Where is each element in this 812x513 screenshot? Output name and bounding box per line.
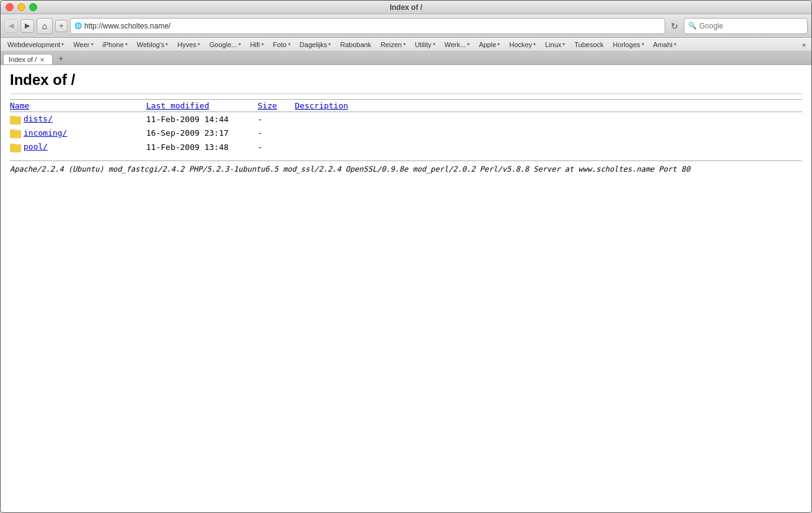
file-description-cell xyxy=(295,140,802,154)
bookmark-foto[interactable]: Foto ▾ xyxy=(269,40,295,49)
bookmark-dagelijks[interactable]: Dagelijks ▾ xyxy=(295,40,336,49)
search-input[interactable] xyxy=(699,22,803,30)
file-name-cell: dists/ xyxy=(10,112,146,126)
bookmark-hyves[interactable]: Hyves ▾ xyxy=(173,40,204,49)
bookmark-label: Weblog's xyxy=(137,41,165,48)
chevron-down-icon: ▾ xyxy=(238,42,241,47)
new-tab-button[interactable]: + xyxy=(56,53,66,63)
bookmark-label: Tubesock xyxy=(574,41,603,48)
chevron-down-icon: ▾ xyxy=(497,42,500,47)
sort-by-name-link[interactable]: Name xyxy=(10,101,29,110)
reload-button[interactable]: ↻ xyxy=(668,19,681,33)
window-controls xyxy=(6,3,37,11)
bookmarks-overflow-button[interactable]: » xyxy=(799,40,809,49)
chevron-down-icon: ▾ xyxy=(642,42,644,47)
bookmark-label: Dagelijks xyxy=(300,41,328,48)
bookmark-label: Foto xyxy=(273,41,287,48)
page-content: Index of / Name Last modified Size Descr… xyxy=(1,65,811,512)
bookmark-label: Hifi xyxy=(250,41,260,48)
tab-bar: Index of / ✕ + xyxy=(1,51,811,65)
file-link[interactable]: dists/ xyxy=(24,114,53,123)
bookmark-iphone[interactable]: iPhone ▾ xyxy=(98,40,132,49)
column-header-description: Description xyxy=(295,100,802,112)
bookmark-reizen[interactable]: Reizen ▾ xyxy=(376,40,409,49)
bookmark-label: Reizen xyxy=(380,41,401,48)
table-header-row: Name Last modified Size Description xyxy=(10,100,802,112)
tab-index[interactable]: Index of / ✕ xyxy=(3,54,53,64)
bookmark-hockey[interactable]: Hockey ▾ xyxy=(505,40,540,49)
page-title: Index of / xyxy=(10,71,802,94)
minimize-button[interactable] xyxy=(17,3,25,11)
tab-close-button[interactable]: ✕ xyxy=(40,56,45,63)
bookmark-weblogs[interactable]: Weblog's ▾ xyxy=(133,40,173,49)
search-icon: 🔍 xyxy=(688,22,697,30)
close-button[interactable] xyxy=(6,3,14,11)
sort-by-desc-link[interactable]: Description xyxy=(295,101,348,110)
bookmark-horloges[interactable]: Horloges ▾ xyxy=(609,40,648,49)
back-button[interactable]: ◀ xyxy=(4,19,18,33)
sort-by-date-link[interactable]: Last modified xyxy=(146,101,209,110)
table-row: incoming/16-Sep-2009 23:17- xyxy=(10,126,802,141)
file-date-cell: 11-Feb-2009 14:44 xyxy=(146,112,258,126)
bookmark-amahi[interactable]: Amahi ▾ xyxy=(649,40,681,49)
file-link[interactable]: incoming/ xyxy=(24,128,67,138)
address-text: http://www.scholtes.name/ xyxy=(84,22,661,30)
chevron-down-icon: ▾ xyxy=(125,42,128,47)
chevron-down-icon: ▾ xyxy=(91,42,94,47)
home-icon: ⌂ xyxy=(42,21,47,31)
maximize-button[interactable] xyxy=(29,3,37,11)
bookmark-label: Weer xyxy=(73,41,89,48)
bookmark-apple[interactable]: Apple ▾ xyxy=(474,40,504,49)
search-bar[interactable]: 🔍 xyxy=(684,18,808,34)
chevron-down-icon: ▾ xyxy=(467,42,469,47)
file-size-cell: - xyxy=(258,112,295,126)
folder-icon xyxy=(10,128,21,138)
bookmark-label: Apple xyxy=(479,41,496,48)
home-button[interactable]: ⌂ xyxy=(37,18,53,34)
file-size-cell: - xyxy=(258,140,295,154)
folder-icon xyxy=(10,115,21,125)
file-name-cell: incoming/ xyxy=(10,126,146,141)
bookmark-label: Horloges xyxy=(613,41,640,48)
bookmarks-bar: Webdevelopment ▾ Weer ▾ iPhone ▾ Weblog'… xyxy=(1,38,811,51)
bookmark-rabobank[interactable]: Rabobank xyxy=(336,40,375,49)
sort-by-size-link[interactable]: Size xyxy=(258,101,277,110)
server-info: Apache/2.2.4 (Ubuntu) mod_fastcgi/2.4.2 … xyxy=(10,160,802,173)
bookmark-werk[interactable]: Werk... ▾ xyxy=(440,40,474,49)
table-row: pool/11-Feb-2009 13:48- xyxy=(10,140,802,154)
browser-window: Index of / ◀ ▶ ⌂ + 🌐 http://www.scholtes… xyxy=(0,0,812,513)
bookmark-utility[interactable]: Utility ▾ xyxy=(411,40,440,49)
bookmark-webdevelopment[interactable]: Webdevelopment ▾ xyxy=(3,40,68,49)
address-bar[interactable]: 🌐 http://www.scholtes.name/ xyxy=(70,18,665,34)
bookmark-label: Linux xyxy=(545,41,561,48)
bookmark-label: Hockey xyxy=(509,41,532,48)
file-description-cell xyxy=(295,112,802,126)
bookmark-label: Google... xyxy=(209,41,237,48)
bookmark-label: iPhone xyxy=(103,41,124,48)
bookmark-label: Hyves xyxy=(177,41,196,48)
page-icon: 🌐 xyxy=(74,22,82,29)
forward-button[interactable]: ▶ xyxy=(20,19,34,33)
window-title: Index of / xyxy=(390,3,422,12)
file-name-cell: pool/ xyxy=(10,140,146,154)
bookmark-label: Amahi xyxy=(653,41,673,48)
bookmark-linux[interactable]: Linux ▾ xyxy=(541,40,569,49)
bookmark-label: Utility xyxy=(415,41,432,48)
bookmark-google[interactable]: Google... ▾ xyxy=(205,40,245,49)
chevron-down-icon: ▾ xyxy=(198,42,200,47)
chevron-down-icon: ▾ xyxy=(562,42,565,47)
bookmark-weer[interactable]: Weer ▾ xyxy=(69,40,97,49)
chevron-down-icon: ▾ xyxy=(165,42,168,47)
toolbar: ◀ ▶ ⌂ + 🌐 http://www.scholtes.name/ ↻ 🔍 xyxy=(1,14,811,38)
bookmark-tubesock[interactable]: Tubesock xyxy=(570,40,608,49)
file-date-cell: 11-Feb-2009 13:48 xyxy=(146,140,258,154)
file-date-cell: 16-Sep-2009 23:17 xyxy=(146,126,258,141)
bookmark-hifi[interactable]: Hifi ▾ xyxy=(246,40,268,49)
add-tab-button[interactable]: + xyxy=(55,20,68,32)
file-link[interactable]: pool/ xyxy=(24,142,48,151)
chevron-down-icon: ▾ xyxy=(433,42,435,47)
bookmark-label: Rabobank xyxy=(340,41,371,48)
chevron-down-icon: ▾ xyxy=(328,42,331,47)
file-size-cell: - xyxy=(258,126,295,141)
file-description-cell xyxy=(295,126,802,141)
